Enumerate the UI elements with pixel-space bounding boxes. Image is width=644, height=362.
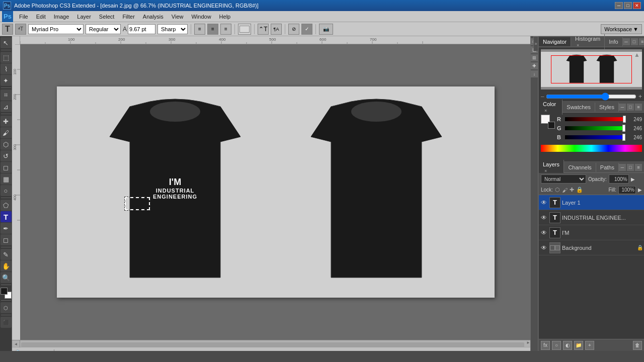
blend-mode-select[interactable]: Normal bbox=[541, 174, 586, 184]
document-canvas[interactable]: I'M INDUSTRIAL ENGINEERING bbox=[57, 86, 495, 298]
color-panel-minimize[interactable]: ─ bbox=[619, 104, 626, 111]
tab-color[interactable]: Color × bbox=[539, 100, 562, 115]
layer-fx-button[interactable]: fx bbox=[541, 341, 550, 350]
marquee-tool[interactable]: ⬚ bbox=[1, 52, 12, 63]
fill-input[interactable] bbox=[618, 186, 636, 194]
align-right-button[interactable]: ≡ bbox=[220, 24, 231, 35]
crop-tool[interactable]: ⌗ bbox=[1, 89, 12, 101]
layers-panel-expand[interactable]: □ bbox=[627, 164, 634, 171]
eyedropper-tool[interactable]: ⊿ bbox=[1, 101, 12, 112]
layer-adjustment-button[interactable]: ◐ bbox=[563, 341, 572, 350]
menu-filter[interactable]: Filter bbox=[118, 13, 138, 21]
r-slider-thumb[interactable] bbox=[623, 116, 626, 123]
menu-analysis[interactable]: Analysis bbox=[139, 13, 168, 21]
clone-stamp-tool[interactable]: ⬡ bbox=[1, 139, 12, 150]
shape-tool[interactable]: ◻ bbox=[1, 234, 12, 245]
lasso-tool[interactable]: ⌇ bbox=[1, 63, 12, 74]
font-style-select[interactable]: Regular bbox=[86, 24, 121, 34]
tab-navigator[interactable]: Navigator bbox=[539, 37, 571, 46]
history-brush-tool[interactable]: ↺ bbox=[1, 150, 12, 161]
bg-color-swatch[interactable] bbox=[548, 122, 555, 129]
menu-layer[interactable]: Layer bbox=[73, 13, 95, 21]
pen-tool[interactable]: ✒ bbox=[1, 223, 12, 234]
layer-item-layer1[interactable]: 👁 T Layer 1 bbox=[539, 195, 644, 210]
doc-info-arrow[interactable]: ▶ bbox=[61, 350, 65, 351]
anti-alias-select[interactable]: Sharp bbox=[157, 24, 188, 34]
color-spectrum-bar[interactable] bbox=[541, 145, 642, 152]
minimize-button[interactable]: ─ bbox=[615, 2, 623, 9]
layer-new-button[interactable]: + bbox=[585, 341, 594, 350]
commit-type-button[interactable]: ✓ bbox=[301, 24, 312, 35]
side-icon-3[interactable]: ⊞ bbox=[531, 54, 538, 61]
lock-image-btn[interactable]: 🖌 bbox=[562, 187, 568, 193]
type-tool[interactable]: T bbox=[1, 211, 12, 222]
color-panel-expand[interactable]: □ bbox=[627, 104, 634, 111]
foreground-color[interactable] bbox=[1, 288, 8, 295]
layer-mask-button[interactable]: ○ bbox=[552, 341, 561, 350]
tab-channels[interactable]: Channels bbox=[564, 163, 596, 172]
warp-text-button[interactable]: ⌃T bbox=[258, 24, 269, 35]
color-close[interactable]: × bbox=[544, 108, 547, 113]
layer-item-background[interactable]: 👁 Background 🔒 bbox=[539, 240, 644, 255]
lock-all-btn[interactable]: 🔒 bbox=[576, 187, 583, 193]
g-slider-thumb[interactable] bbox=[622, 125, 625, 132]
zoom-tool[interactable]: 🔍 bbox=[1, 272, 12, 283]
tab-info[interactable]: Info bbox=[605, 37, 622, 46]
screen-mode-button[interactable]: ⬛ bbox=[1, 317, 12, 328]
b-slider-thumb[interactable] bbox=[622, 134, 625, 141]
magic-wand-tool[interactable]: ✦ bbox=[1, 75, 12, 86]
color-panel-menu[interactable]: ≡ bbox=[635, 104, 642, 111]
layer-visibility-industrial[interactable]: 👁 bbox=[540, 214, 548, 222]
layers-panel-menu[interactable]: ≡ bbox=[635, 164, 642, 171]
panel-collapse-button[interactable]: » bbox=[533, 36, 538, 51]
color-swatches[interactable] bbox=[1, 288, 12, 299]
navigator-zoom-slider[interactable] bbox=[546, 94, 636, 99]
font-family-select[interactable]: Myriad Pro bbox=[28, 24, 84, 34]
text-color-swatch[interactable] bbox=[238, 24, 251, 35]
opacity-arrow[interactable]: ▶ bbox=[631, 176, 635, 182]
layer-visibility-layer1[interactable]: 👁 bbox=[540, 199, 548, 207]
side-icon-4[interactable]: ✚ bbox=[531, 62, 538, 69]
r-slider[interactable] bbox=[565, 117, 625, 121]
menu-edit[interactable]: Edit bbox=[32, 13, 50, 21]
zoom-in-icon[interactable]: + bbox=[638, 93, 642, 100]
type-preview-button[interactable]: 📷 bbox=[319, 24, 333, 35]
panel-minimize-btn[interactable]: ─ bbox=[623, 38, 630, 45]
eraser-tool[interactable]: ◻ bbox=[1, 162, 12, 173]
brush-tool[interactable]: 🖌 bbox=[1, 127, 12, 138]
zoom-out-icon[interactable]: ─ bbox=[541, 94, 544, 99]
layer-item-im[interactable]: 👁 T I'M bbox=[539, 225, 644, 240]
horizontal-scrollbar[interactable]: ◄ ► ⬡ bbox=[12, 340, 538, 347]
tab-styles[interactable]: Styles bbox=[595, 103, 619, 112]
move-tool[interactable]: ↖ bbox=[1, 37, 12, 48]
canvas-wrapper[interactable]: I'M INDUSTRIAL ENGINEERING bbox=[20, 44, 531, 340]
opacity-input[interactable] bbox=[609, 174, 629, 184]
path-tool[interactable]: ⬠ bbox=[1, 200, 12, 211]
menu-file[interactable]: File bbox=[15, 13, 32, 21]
layer-group-button[interactable]: 📁 bbox=[574, 341, 583, 350]
layers-panel-minimize[interactable]: ─ bbox=[619, 164, 626, 171]
fill-arrow[interactable]: ▶ bbox=[638, 187, 642, 193]
menu-help[interactable]: Help bbox=[215, 13, 235, 21]
cancel-type-button[interactable]: ⊘ bbox=[288, 24, 299, 35]
align-left-button[interactable]: ≡ bbox=[194, 24, 205, 35]
lock-position-btn[interactable]: ✚ bbox=[570, 187, 574, 193]
tab-paths[interactable]: Paths bbox=[596, 163, 619, 172]
workspace-button[interactable]: Workspace ▼ bbox=[601, 24, 642, 34]
notes-tool[interactable]: ✎ bbox=[1, 249, 12, 260]
menu-image[interactable]: Image bbox=[50, 13, 73, 21]
healing-brush-tool[interactable]: ✚ bbox=[1, 116, 12, 127]
histogram-close[interactable]: × bbox=[577, 43, 579, 48]
color-fg-bg-swatches[interactable] bbox=[541, 115, 555, 129]
quick-mask-button[interactable]: ⬡ bbox=[1, 302, 12, 313]
layer-item-industrial[interactable]: 👁 T INDUSTRIAL ENGINEE... bbox=[539, 210, 644, 225]
character-panel-button[interactable]: ¶A bbox=[271, 24, 282, 35]
dodge-tool[interactable]: ○ bbox=[1, 185, 12, 196]
g-slider[interactable] bbox=[565, 126, 625, 130]
menu-select[interactable]: Select bbox=[95, 13, 119, 21]
tab-swatches[interactable]: Swatches bbox=[562, 103, 595, 112]
type-orient-icon[interactable]: ⁴T bbox=[15, 24, 26, 35]
panel-expand-btn[interactable]: □ bbox=[631, 38, 638, 45]
gradient-tool[interactable]: ▦ bbox=[1, 173, 12, 185]
tab-histogram[interactable]: Histogram × bbox=[571, 34, 605, 49]
